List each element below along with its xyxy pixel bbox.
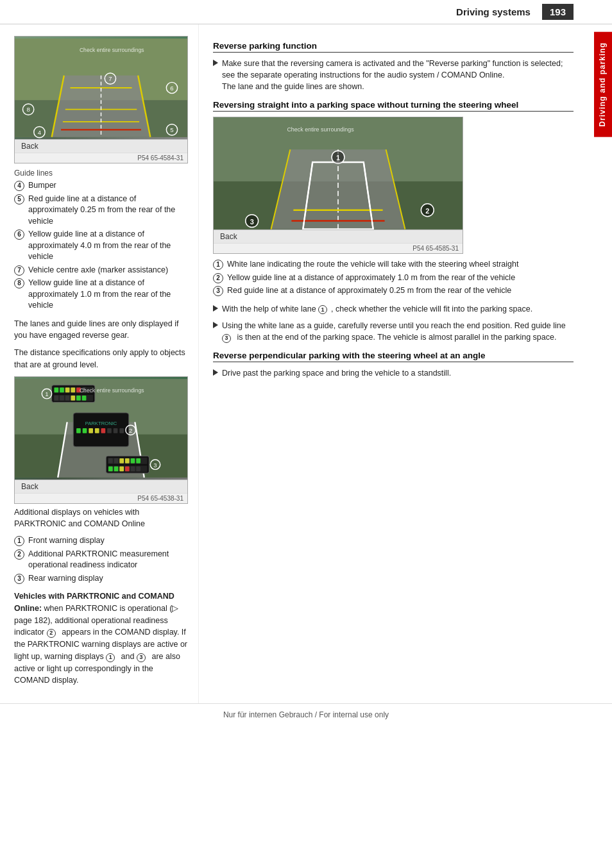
svg-rect-47	[89, 428, 93, 433]
reverse-parking-text: Make sure that the reversing camera is a…	[222, 58, 574, 92]
svg-text:PARKTRONIC: PARKTRONIC	[85, 421, 117, 426]
svg-text:Check entire surroundings: Check entire surroundings	[80, 47, 144, 53]
triangle-icon-2	[213, 305, 218, 312]
bullet-perp-text: Drive past the parking space and bring t…	[222, 367, 451, 379]
svg-rect-51	[114, 428, 118, 433]
footer: Nur für internen Gebrauch / For internal…	[0, 703, 612, 724]
item-num-s1: 1	[213, 260, 223, 270]
item-text-s1: White lane indicating the route the vehi…	[227, 259, 518, 271]
svg-rect-52	[119, 428, 124, 433]
svg-rect-38	[71, 396, 75, 401]
list-item: 1 Front warning display	[14, 535, 188, 547]
triangle-icon-3	[213, 322, 218, 328]
bullet-reverse-guide-text: Using the white lane as a guide, careful…	[222, 320, 574, 343]
inline-circle-3: 3	[137, 653, 146, 662]
item-text-8: Yellow guide line at a distance of appro…	[28, 278, 188, 312]
inline-circle-1: 1	[106, 653, 115, 662]
svg-rect-66	[119, 466, 124, 471]
svg-text:3: 3	[153, 461, 157, 468]
svg-text:7: 7	[108, 75, 112, 82]
para-distance-specs: The distance specifications only apply t…	[14, 347, 188, 371]
svg-text:2: 2	[129, 426, 132, 433]
bullet-white-lane-text: With the help of white lane 1, check whe…	[222, 303, 532, 315]
page-number: 193	[542, 4, 574, 20]
perp-parking-heading: Reverse perpendicular parking with the s…	[213, 351, 574, 362]
add-displays-label: Additional displays on vehicles with PAR…	[14, 506, 188, 531]
svg-text:1: 1	[45, 390, 48, 397]
image-code-2: P54 65-4538-31	[15, 493, 187, 503]
main-content: 4 5 6 7 8 Check entire surroundings	[0, 24, 612, 703]
svg-rect-50	[107, 428, 112, 433]
left-column: 4 5 6 7 8 Check entire surroundings	[0, 24, 199, 703]
item-text-s3: Red guide line at a distance of approxim…	[227, 285, 511, 297]
svg-rect-69	[136, 466, 140, 471]
list-item: 7 Vehicle centre axle (marker assistance…	[14, 265, 188, 276]
guide-lines-image-area: 4 5 6 7 8 Check entire surroundings	[15, 37, 187, 139]
svg-rect-60	[125, 458, 130, 463]
list-item: 6 Yellow guide line at a distance of app…	[14, 229, 188, 263]
svg-rect-39	[76, 396, 81, 401]
reverse-parking-bullet: Make sure that the reversing camera is a…	[213, 58, 574, 92]
svg-rect-49	[101, 428, 106, 433]
svg-text:5: 5	[170, 126, 173, 133]
straight-parking-image-area: 1 2 3 Check entire surroundings	[214, 117, 463, 230]
svg-rect-40	[82, 396, 87, 401]
item-text-7: Vehicle centre axle (marker assistance)	[28, 265, 168, 276]
inline-circle-s3: 3	[222, 334, 231, 343]
item-num-p1: 1	[14, 536, 24, 546]
right-column: Reverse parking function Make sure that …	[199, 24, 612, 703]
side-tab: Driving and parking	[594, 32, 612, 137]
svg-rect-65	[114, 466, 119, 471]
item-text-p2: Additional PARKTRONIC measurement operat…	[28, 549, 188, 571]
triangle-icon-4	[213, 369, 218, 376]
item-num-8: 8	[14, 278, 24, 288]
svg-text:1: 1	[336, 154, 340, 162]
svg-rect-36	[60, 396, 64, 401]
svg-rect-64	[108, 466, 113, 471]
svg-rect-68	[131, 466, 135, 471]
svg-text:8: 8	[26, 106, 30, 113]
parktronic-items-list: 1 Front warning display 2 Additional PAR…	[14, 535, 188, 584]
image-code-1: P54 65-4584-31	[15, 153, 187, 163]
item-num-p3: 3	[14, 574, 24, 584]
straight-parking-image: 1 2 3 Check entire surroundings Back P54…	[213, 117, 463, 254]
header-title: Driving systems	[0, 6, 542, 17]
list-item: 3 Red guide line at a distance of approx…	[213, 285, 574, 297]
svg-rect-37	[65, 396, 70, 401]
triangle-icon-1	[213, 60, 218, 66]
svg-text:2: 2	[425, 207, 429, 215]
item-num-p2: 2	[14, 549, 24, 560]
svg-text:4: 4	[38, 129, 42, 136]
svg-rect-62	[136, 458, 140, 463]
item-num-6: 6	[14, 230, 24, 240]
item-num-5: 5	[14, 194, 24, 204]
list-item: 2 Yellow guide line at a distance of app…	[213, 272, 574, 284]
back-button-2[interactable]: Back	[15, 480, 187, 493]
item-num-7: 7	[14, 265, 24, 276]
para-reverse-gear: The lanes and guide lines are only displ…	[14, 318, 188, 342]
vehicles-body-text3: and	[119, 652, 137, 661]
item-text-5: Red guide line at a distance of approxim…	[28, 194, 188, 228]
item-num-4: 4	[14, 181, 24, 191]
svg-rect-46	[83, 428, 87, 433]
item-text-s2: Yellow guide line at a distance of appro…	[227, 272, 515, 284]
svg-text:6: 6	[170, 85, 173, 92]
svg-rect-28	[54, 387, 58, 392]
guide-lines-image: 4 5 6 7 8 Check entire surroundings	[14, 36, 188, 163]
back-button-3[interactable]: Back	[214, 230, 463, 243]
item-text-p1: Front warning display	[28, 535, 105, 547]
back-button-1[interactable]: Back	[15, 139, 187, 153]
straight-items-list: 1 White lane indicating the route the ve…	[213, 259, 574, 297]
image-code-3: P54 65-4585-31	[214, 243, 463, 253]
svg-rect-35	[54, 396, 58, 401]
bullet-reverse-guide: Using the white lane as a guide, careful…	[213, 320, 574, 343]
list-item: 2 Additional PARKTRONIC measurement oper…	[14, 549, 188, 571]
svg-text:3: 3	[250, 218, 254, 226]
guide-items-list: 4 Bumper 5 Red guide line at a distance …	[14, 180, 188, 312]
inline-circle-s1: 1	[318, 305, 327, 314]
item-text-p3: Rear warning display	[28, 573, 103, 585]
svg-rect-45	[76, 428, 81, 433]
parktronic-image: 1 PARKTRONIC 2	[14, 376, 188, 504]
list-item: 5 Red guide line at a distance of approx…	[14, 194, 188, 228]
bullet-white-lane: With the help of white lane 1, check whe…	[213, 303, 574, 315]
